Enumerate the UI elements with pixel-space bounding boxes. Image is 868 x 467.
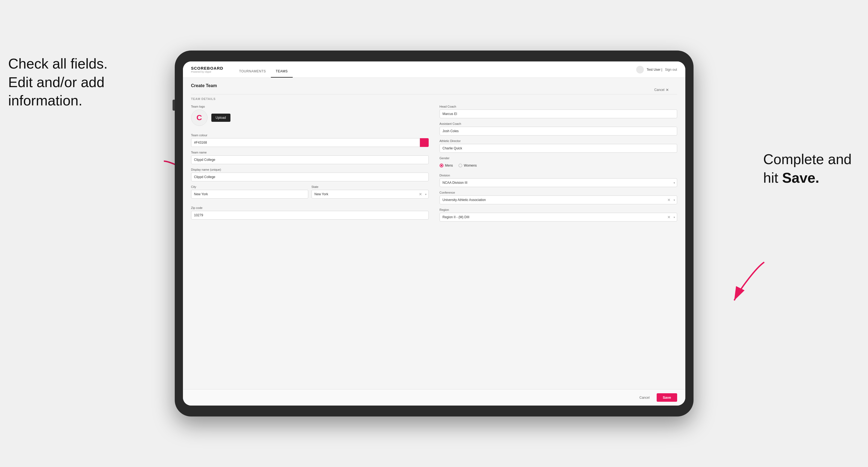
city-group: City bbox=[191, 185, 308, 198]
gender-label: Gender bbox=[440, 156, 677, 160]
state-select[interactable]: New York bbox=[312, 190, 429, 198]
division-group: Division NCAA Division III ▾ bbox=[440, 174, 677, 187]
display-name-group: Display name (unique) bbox=[191, 168, 429, 181]
form-right: Head Coach Assistant Coach Athletic Dire… bbox=[440, 105, 677, 225]
cancel-top-button[interactable]: Cancel ✕ bbox=[654, 88, 669, 92]
tablet-screen: SCOREBOARD Powered by clippd TOURNAMENTS… bbox=[183, 61, 685, 406]
navbar: SCOREBOARD Powered by clippd TOURNAMENTS… bbox=[183, 61, 685, 78]
logo-letter: C bbox=[196, 113, 202, 122]
display-name-label: Display name (unique) bbox=[191, 168, 429, 171]
user-text: Test User | bbox=[647, 68, 662, 71]
team-name-group: Team name bbox=[191, 151, 429, 164]
team-colour-input[interactable] bbox=[191, 138, 420, 147]
team-name-label: Team name bbox=[191, 151, 429, 154]
state-group: State New York ✕ ▾ bbox=[312, 185, 429, 198]
upload-button[interactable]: Upload bbox=[211, 114, 230, 122]
user-avatar bbox=[636, 66, 644, 73]
tablet-device: SCOREBOARD Powered by clippd TOURNAMENTS… bbox=[175, 51, 693, 416]
tablet-frame: SCOREBOARD Powered by clippd TOURNAMENTS… bbox=[175, 51, 693, 416]
brand: SCOREBOARD Powered by clippd bbox=[191, 66, 223, 73]
division-select[interactable]: NCAA Division III bbox=[440, 178, 677, 187]
state-clear-icon[interactable]: ✕ bbox=[419, 192, 422, 196]
signout-button[interactable]: Sign out bbox=[665, 68, 677, 71]
navbar-right: Test User | Sign out bbox=[636, 66, 677, 73]
head-coach-group: Head Coach bbox=[440, 105, 677, 118]
color-swatch[interactable] bbox=[420, 138, 429, 147]
conference-select[interactable]: University Athletic Association bbox=[440, 195, 677, 204]
region-clear-icon[interactable]: ✕ bbox=[667, 215, 671, 219]
city-input[interactable] bbox=[191, 190, 308, 198]
gender-mens-label: Mens bbox=[445, 164, 453, 167]
assistant-coach-label: Assistant Coach bbox=[440, 122, 677, 125]
arrow-right-indicator bbox=[718, 257, 772, 307]
cancel-footer-button[interactable]: Cancel bbox=[636, 393, 653, 402]
athletic-director-group: Athletic Director bbox=[440, 139, 677, 153]
zip-label: Zip code bbox=[191, 206, 429, 210]
tablet-side-button bbox=[173, 100, 175, 111]
athletic-director-label: Athletic Director bbox=[440, 139, 677, 143]
region-select-wrapper: Region II - (M) DIII ✕ ▾ bbox=[440, 213, 677, 221]
athletic-director-input[interactable] bbox=[440, 144, 677, 153]
head-coach-label: Head Coach bbox=[440, 105, 677, 108]
gender-group: Gender Mens Womens bbox=[440, 156, 677, 170]
gender-radio-group: Mens Womens bbox=[440, 161, 677, 170]
gender-womens-option[interactable]: Womens bbox=[459, 164, 477, 167]
gender-womens-radio[interactable] bbox=[459, 164, 462, 167]
gender-mens-option[interactable]: Mens bbox=[440, 164, 453, 167]
save-button[interactable]: Save bbox=[657, 393, 677, 402]
team-colour-label: Team colour bbox=[191, 133, 429, 137]
form-left: Team logo C Upload Team colour bbox=[191, 105, 429, 225]
assistant-coach-input[interactable] bbox=[440, 127, 677, 135]
brand-name: SCOREBOARD bbox=[191, 66, 223, 70]
brand-sub: Powered by clippd bbox=[191, 70, 223, 73]
nav-links: TOURNAMENTS TEAMS bbox=[234, 61, 293, 77]
region-label: Region bbox=[440, 208, 677, 211]
head-coach-input[interactable] bbox=[440, 110, 677, 118]
logo-area: C Upload bbox=[191, 110, 429, 126]
state-select-wrapper: New York ✕ ▾ bbox=[312, 190, 429, 198]
assistant-coach-group: Assistant Coach bbox=[440, 122, 677, 135]
conference-label: Conference bbox=[440, 191, 677, 194]
city-label: City bbox=[191, 185, 308, 188]
city-state-row: City State New York ✕ bbox=[191, 185, 429, 198]
page-header-row: Create Team Cancel ✕ bbox=[191, 83, 677, 93]
division-label: Division bbox=[440, 174, 677, 177]
conference-group: Conference University Athletic Associati… bbox=[440, 191, 677, 204]
team-name-input[interactable] bbox=[191, 155, 429, 164]
page-title: Create Team bbox=[191, 83, 217, 88]
display-name-input[interactable] bbox=[191, 173, 429, 181]
team-colour-group: Team colour bbox=[191, 133, 429, 147]
color-input-wrapper bbox=[191, 138, 429, 147]
zip-input[interactable] bbox=[191, 211, 429, 220]
section-header: TEAM DETAILS bbox=[191, 94, 677, 100]
main-content: Create Team Cancel ✕ TEAM DETAILS Team l… bbox=[183, 78, 685, 389]
conference-select-wrapper: University Athletic Association ✕ ▾ bbox=[440, 195, 677, 204]
instruction-right: Complete and hit Save. bbox=[763, 150, 851, 187]
state-label: State bbox=[312, 185, 429, 188]
region-select[interactable]: Region II - (M) DIII bbox=[440, 213, 677, 221]
region-group: Region Region II - (M) DIII ✕ ▾ bbox=[440, 208, 677, 221]
zip-group: Zip code bbox=[191, 206, 429, 220]
nav-tournaments[interactable]: TOURNAMENTS bbox=[234, 61, 271, 77]
team-logo-group: Team logo C Upload bbox=[191, 105, 429, 130]
division-select-wrapper: NCAA Division III ▾ bbox=[440, 178, 677, 187]
team-logo-label: Team logo bbox=[191, 105, 429, 108]
nav-teams[interactable]: TEAMS bbox=[271, 61, 293, 77]
gender-womens-label: Womens bbox=[464, 164, 477, 167]
logo-circle: C bbox=[191, 110, 208, 126]
instruction-left: Check all fields. Edit and/or add inform… bbox=[8, 55, 107, 110]
form-grid: Team logo C Upload Team colour bbox=[191, 105, 677, 225]
conference-clear-icon[interactable]: ✕ bbox=[667, 198, 671, 202]
gender-mens-radio[interactable] bbox=[440, 164, 443, 167]
city-state-group: City State New York ✕ bbox=[191, 185, 429, 203]
form-footer: Cancel Save bbox=[183, 389, 685, 406]
close-icon: ✕ bbox=[666, 88, 669, 92]
